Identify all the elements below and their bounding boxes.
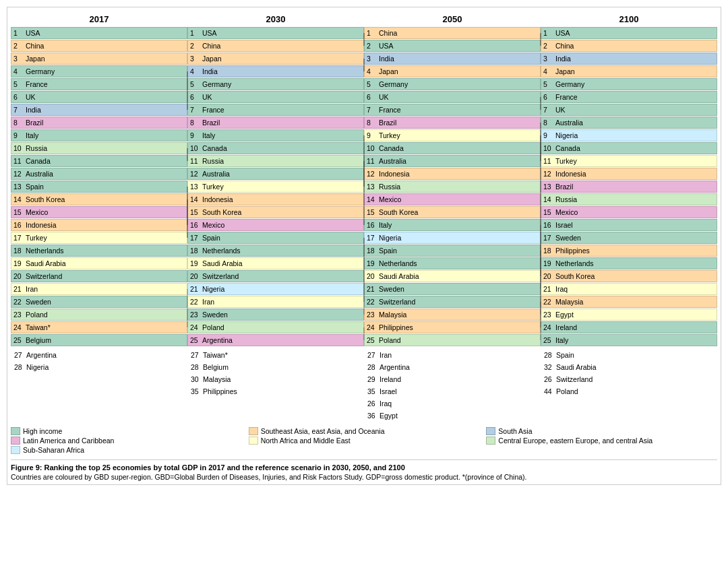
country-name: Spain (202, 234, 220, 243)
table-row: 18Philippines (541, 245, 717, 257)
rank-number: 2 (13, 42, 24, 51)
column-2050: 20501China2USA3India4Japan5Germany6UK7Fr… (364, 14, 541, 422)
table-row: 14Indonesia (187, 193, 364, 205)
rank-number: 5 (13, 80, 24, 89)
table-row: 24Taiwan* (11, 321, 187, 333)
rank-number: 20 (190, 272, 201, 281)
table-row: 16Israel (541, 219, 717, 231)
table-row: 3Japan (11, 53, 187, 65)
country-name: India (555, 55, 571, 63)
outside-row: 28Argentina (365, 361, 541, 373)
legend-color-box (11, 437, 20, 445)
rank-number: 22 (543, 298, 554, 307)
rank-number: 19 (367, 259, 377, 268)
rank-number: 5 (367, 80, 377, 89)
table-row: 10Canada (187, 142, 364, 154)
country-name: Australia (379, 157, 406, 166)
country-name: Philippines (555, 247, 590, 255)
rank-number: 13 (13, 183, 24, 191)
entries-2030: 1USA2China3Japan4India5Germany6UK7France… (187, 27, 364, 346)
rank-number: 1 (543, 29, 554, 38)
rank-number: 18 (190, 247, 201, 255)
rank-number: 27 (14, 351, 25, 360)
rank-number: 5 (543, 80, 554, 89)
table-row: 10Canada (364, 142, 541, 154)
table-row: 8Brazil (187, 117, 364, 129)
rank-number: 23 (367, 311, 377, 319)
rank-number: 11 (367, 157, 377, 166)
rank-number: 14 (543, 195, 554, 204)
country-name: Australia (26, 170, 53, 179)
table-row: 21Iraq (541, 283, 717, 295)
rank-number: 4 (543, 67, 554, 76)
year-header-2050: 2050 (443, 14, 462, 24)
outside-row: 29Ireland (365, 373, 541, 385)
country-name: Canada (555, 144, 580, 153)
country-name: Switzerland (379, 298, 415, 307)
country-name: Saudi Arabia (379, 272, 419, 281)
legend-color-box (249, 427, 258, 435)
table-row: 14South Korea (11, 193, 187, 205)
table-row: 19Saudi Arabia (187, 257, 364, 269)
outside-row: 26Switzerland (542, 373, 717, 385)
rank-number: 22 (367, 298, 377, 307)
table-row: 3India (541, 53, 717, 65)
table-row: 7France (364, 104, 541, 116)
country-name: Netherlands (26, 247, 64, 255)
table-row: 6UK (11, 91, 187, 103)
country-name: Germany (26, 67, 55, 76)
legend-item: Southeast Asia, east Asia, and Oceania (249, 427, 480, 435)
table-row: 11Turkey (541, 155, 717, 167)
outside-row: 44Poland (542, 385, 717, 397)
country-name: Switzerland (26, 272, 62, 281)
table-row: 9Nigeria (541, 129, 717, 141)
country-name: Poland (556, 387, 578, 396)
outside-row: 27Taiwan* (189, 349, 364, 361)
legend-label: Sub-Saharan Africa (23, 446, 84, 454)
table-row: 15Mexico (541, 206, 717, 218)
country-name: Indonesia (379, 170, 410, 179)
table-row: 6UK (364, 91, 541, 103)
country-name: Canada (379, 144, 404, 153)
country-name: Sweden (379, 285, 404, 294)
country-name: USA (555, 29, 570, 38)
legend-label: High income (23, 427, 62, 435)
rank-number: 1 (367, 29, 377, 38)
country-name: Iran (380, 351, 392, 360)
country-name: Japan (26, 55, 45, 63)
country-name: China (379, 29, 397, 38)
rank-number: 28 (544, 351, 555, 360)
table-row: 22Iran (187, 296, 364, 308)
table-row: 4Japan (541, 65, 717, 77)
table-row: 13Turkey (187, 181, 364, 193)
country-name: Germany (379, 80, 408, 89)
rank-number: 9 (13, 131, 24, 140)
country-name: Indonesia (555, 170, 586, 179)
rank-number: 35 (191, 387, 202, 396)
rank-number: 15 (13, 208, 24, 217)
outside-list-2030: 27Taiwan*28Belgium30Malaysia35Philippine… (187, 349, 364, 397)
country-name: Japan (555, 67, 575, 76)
country-name: Brazil (379, 119, 396, 127)
column-2017: 20171USA2China3Japan4Germany5France6UK7I… (11, 14, 187, 422)
country-name: Belgium (26, 336, 51, 345)
table-row: 16Indonesia (11, 219, 187, 231)
table-row: 25Italy (541, 334, 717, 346)
country-name: Germany (555, 80, 584, 89)
country-name: Argentina (26, 351, 57, 360)
rank-number: 3 (367, 55, 377, 63)
rank-number: 6 (367, 93, 377, 102)
country-name: Ireland (555, 323, 577, 332)
rank-number: 8 (13, 119, 24, 127)
country-name: Nigeria (379, 234, 401, 243)
outside-list-2050: 27Iran28Argentina29Ireland35Israel26Iraq… (364, 349, 541, 422)
table-row: 12Australia (11, 168, 187, 180)
country-name: Turkey (202, 183, 224, 191)
table-row: 15Mexico (11, 206, 187, 218)
rank-number: 26 (544, 375, 555, 384)
country-name: USA (379, 42, 394, 51)
table-row: 23Sweden (187, 309, 364, 321)
country-name: Iran (202, 298, 214, 307)
rank-number: 8 (367, 119, 377, 127)
legend-color-box (249, 437, 258, 445)
